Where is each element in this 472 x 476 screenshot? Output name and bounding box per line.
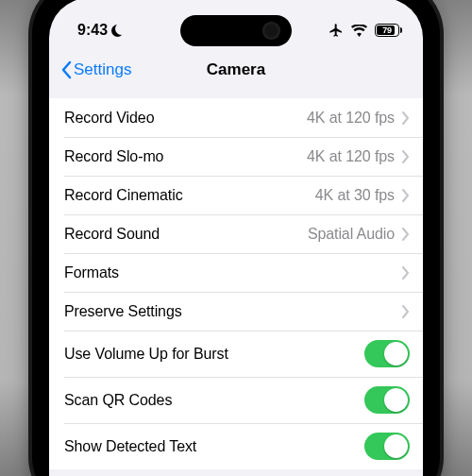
- row-label: Use Volume Up for Burst: [64, 346, 228, 363]
- chevron-right-icon: [402, 266, 410, 280]
- chevron-right-icon: [402, 150, 410, 163]
- chevron-right-icon: [402, 228, 410, 241]
- content: Record Video 4K at 120 fps Record Slo-mo…: [49, 91, 423, 476]
- battery-percent: 79: [382, 26, 391, 35]
- dynamic-island: [180, 15, 292, 46]
- airplane-mode-icon: [329, 23, 344, 38]
- settings-group-1: Record Video 4K at 120 fps Record Slo-mo…: [49, 98, 423, 469]
- focus-moon-icon: [111, 25, 124, 37]
- row-label: Preserve Settings: [64, 303, 182, 320]
- row-label: Record Slo-mo: [64, 148, 163, 165]
- nav-bar: Settings Camera: [49, 49, 423, 91]
- row-label: Formats: [64, 264, 119, 281]
- row-label: Record Video: [64, 110, 154, 127]
- row-value: 4K at 120 fps: [307, 110, 395, 127]
- row-record-video[interactable]: Record Video 4K at 120 fps: [49, 98, 423, 137]
- row-record-cinematic[interactable]: Record Cinematic 4K at 30 fps: [49, 176, 423, 214]
- row-label: Scan QR Codes: [64, 392, 172, 409]
- screen: 9:43 79 Settings: [49, 0, 423, 476]
- back-label: Settings: [74, 60, 131, 79]
- chevron-right-icon: [402, 305, 410, 318]
- row-volume-burst: Use Volume Up for Burst: [49, 331, 423, 377]
- toggle-detected-text[interactable]: [364, 433, 410, 460]
- page-title: Camera: [207, 60, 265, 79]
- status-time: 9:43: [77, 22, 108, 39]
- phone-frame: 9:43 79 Settings: [32, 0, 440, 476]
- row-label: Record Cinematic: [64, 187, 183, 204]
- battery-indicator: 79: [375, 24, 402, 37]
- wifi-icon: [351, 25, 367, 37]
- row-value: 4K at 120 fps: [307, 148, 395, 165]
- row-value: 4K at 30 fps: [315, 187, 395, 204]
- chevron-right-icon: [402, 111, 410, 125]
- row-detected-text: Show Detected Text: [49, 423, 423, 469]
- status-right: 79: [329, 23, 402, 38]
- section-header-composition: COMPOSITION: [49, 469, 423, 476]
- row-record-sound[interactable]: Record Sound Spatial Audio: [49, 214, 423, 253]
- back-button[interactable]: Settings: [55, 49, 137, 91]
- chevron-right-icon: [402, 189, 410, 202]
- row-preserve-settings[interactable]: Preserve Settings: [49, 292, 423, 331]
- toggle-scan-qr[interactable]: [364, 386, 410, 414]
- toggle-volume-burst[interactable]: [364, 340, 410, 367]
- row-scan-qr: Scan QR Codes: [49, 377, 423, 423]
- status-left: 9:43: [77, 22, 124, 39]
- row-record-slomo[interactable]: Record Slo-mo 4K at 120 fps: [49, 137, 423, 176]
- chevron-left-icon: [60, 60, 72, 79]
- row-label: Show Detected Text: [64, 438, 196, 455]
- row-formats[interactable]: Formats: [49, 253, 423, 292]
- row-value: Spatial Audio: [308, 226, 395, 243]
- row-label: Record Sound: [64, 226, 160, 243]
